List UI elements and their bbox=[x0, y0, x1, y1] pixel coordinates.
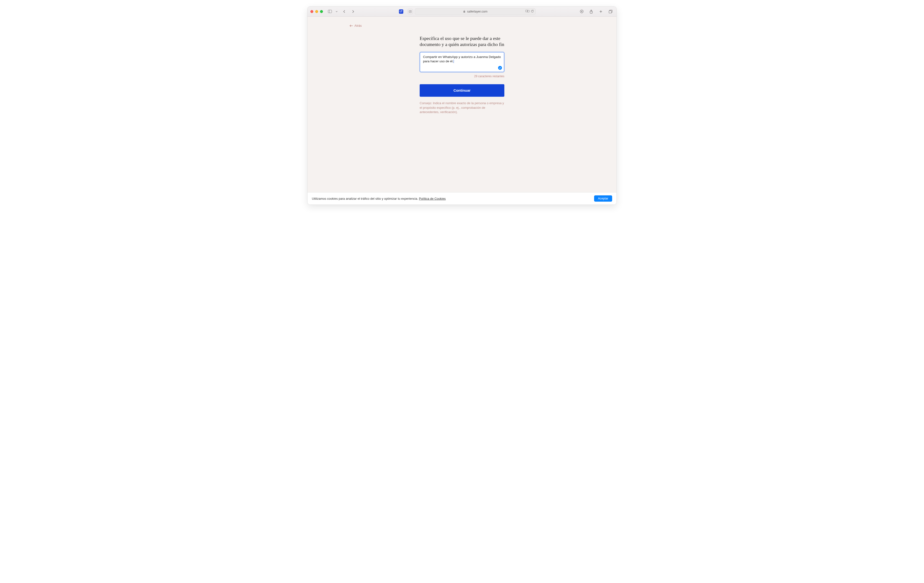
page-content: Atrás Especifica el uso que se le puede … bbox=[307, 17, 617, 192]
sidebar-toggle-button[interactable] bbox=[327, 9, 333, 15]
cookie-policy-link[interactable]: Política de Cookies bbox=[419, 197, 446, 200]
tip-text: Consejo: Indica el nombre exacto de la p… bbox=[420, 101, 504, 115]
nav-back-button[interactable] bbox=[341, 9, 348, 15]
close-window-button[interactable] bbox=[310, 10, 313, 13]
new-tab-button[interactable] bbox=[598, 9, 604, 15]
text-caret bbox=[454, 59, 454, 63]
tab-overview-button[interactable] bbox=[607, 9, 614, 15]
cookie-accept-button[interactable]: Aceptar bbox=[594, 195, 612, 201]
reader-mode-button[interactable] bbox=[408, 9, 413, 14]
browser-toolbar: LT saferlayer.com bbox=[307, 7, 617, 17]
continue-button[interactable]: Continuar bbox=[420, 84, 504, 97]
translate-icon[interactable] bbox=[526, 10, 530, 13]
tab-group-menu-button[interactable] bbox=[335, 9, 339, 14]
arrow-left-icon bbox=[350, 25, 353, 27]
purpose-textarea-wrapper[interactable]: Compartir en WhatsApp y autorizo a Juanm… bbox=[420, 52, 504, 72]
svg-rect-16 bbox=[609, 11, 611, 13]
cookie-banner: Utilizamos cookies para analizar el tráf… bbox=[307, 192, 617, 205]
back-link[interactable]: Atrás bbox=[350, 24, 362, 27]
cookie-message: Utilizamos cookies para analizar el tráf… bbox=[312, 197, 446, 200]
nav-forward-button[interactable] bbox=[350, 9, 356, 15]
valid-check-icon bbox=[498, 66, 502, 70]
char-counter: 29 caracteres restantes bbox=[420, 74, 504, 78]
extension-badge[interactable]: LT bbox=[399, 9, 403, 14]
address-bar-host: saferlayer.com bbox=[467, 10, 487, 13]
reload-icon[interactable] bbox=[531, 10, 534, 13]
purpose-textarea[interactable]: Compartir en WhatsApp y autorizo a Juanm… bbox=[423, 55, 501, 64]
page-headline: Especifica el uso que se le puede dar a … bbox=[420, 35, 504, 48]
fullscreen-window-button[interactable] bbox=[320, 10, 323, 13]
minimize-window-button[interactable] bbox=[315, 10, 318, 13]
browser-window: LT saferlayer.com bbox=[307, 6, 617, 205]
form-column: Especifica el uso que se le puede dar a … bbox=[420, 35, 504, 114]
back-link-label: Atrás bbox=[355, 24, 362, 27]
share-button[interactable] bbox=[588, 9, 594, 15]
svg-rect-0 bbox=[328, 10, 332, 13]
window-controls bbox=[310, 10, 323, 13]
address-bar[interactable]: saferlayer.com bbox=[415, 8, 536, 15]
svg-rect-6 bbox=[464, 11, 465, 13]
downloads-button[interactable] bbox=[579, 9, 585, 15]
lock-icon bbox=[463, 10, 465, 13]
